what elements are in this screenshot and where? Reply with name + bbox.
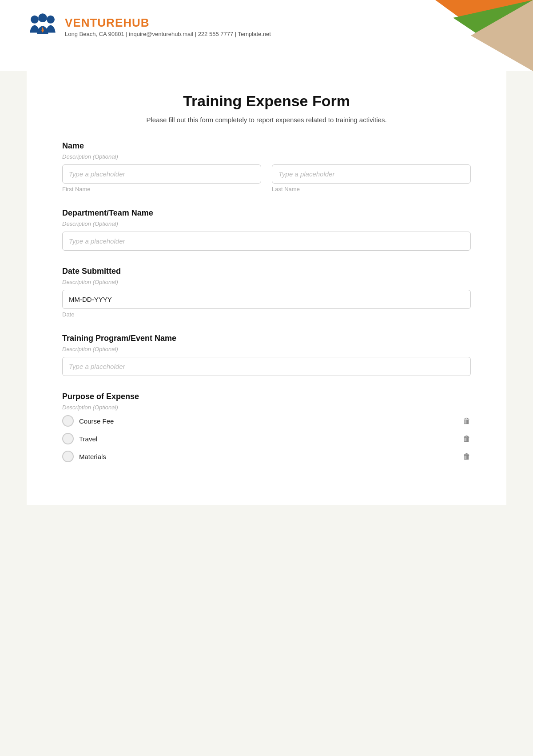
svg-point-0 [31,16,39,24]
header: VENTUREHUB Long Beach, CA 90801 | inquir… [0,0,533,71]
date-submitted-input[interactable] [62,290,471,309]
last-name-input[interactable] [272,164,471,184]
form-title: Training Expense Form [62,92,471,110]
section-name-desc: Description (Optional) [62,153,471,160]
radio-circle-travel[interactable] [62,433,74,444]
logo-text: VENTUREHUB Long Beach, CA 90801 | inquir… [65,16,271,37]
delete-icon-travel[interactable]: 🗑 [463,434,471,444]
section-department: Department/Team Name Description (Option… [62,208,471,251]
last-name-sublabel: Last Name [272,186,471,192]
date-sublabel: Date [62,311,471,318]
first-name-input[interactable] [62,164,261,184]
radio-circle-materials[interactable] [62,451,74,462]
section-purpose-label: Purpose of Expense [62,392,471,401]
company-tagline: Long Beach, CA 90801 | inquire@venturehu… [65,31,271,37]
last-name-field-wrapper: Last Name [272,164,471,192]
training-program-input[interactable] [62,357,471,376]
radio-label-course-fee: Course Fee [79,417,114,425]
radio-option-materials[interactable]: Materials 🗑 [62,451,471,462]
section-date-desc: Description (Optional) [62,279,471,285]
section-training-desc: Description (Optional) [62,346,471,352]
radio-option-course-fee[interactable]: Course Fee 🗑 [62,415,471,427]
radio-circle-course-fee[interactable] [62,415,74,427]
section-purpose-desc: Description (Optional) [62,404,471,411]
section-department-label: Department/Team Name [62,208,471,218]
section-date-submitted: Date Submitted Description (Optional) Da… [62,267,471,318]
svg-point-2 [38,13,47,22]
radio-label-materials: Materials [79,453,106,460]
first-name-field-wrapper: First Name [62,164,261,192]
department-input[interactable] [62,232,471,251]
logo-icon [27,11,59,43]
form-subtitle: Please fill out this form completely to … [62,116,471,124]
section-department-desc: Description (Optional) [62,220,471,227]
header-decoration [391,0,533,71]
delete-icon-course-fee[interactable]: 🗑 [463,416,471,426]
first-name-sublabel: First Name [62,186,261,192]
radio-option-travel[interactable]: Travel 🗑 [62,433,471,444]
section-name: Name Description (Optional) First Name L… [62,141,471,192]
name-fields: First Name Last Name [62,164,471,192]
section-date-label: Date Submitted [62,267,471,276]
radio-label-travel: Travel [79,435,97,443]
section-training-label: Training Program/Event Name [62,334,471,343]
company-name: VENTUREHUB [65,16,271,30]
section-name-label: Name [62,141,471,151]
svg-point-1 [47,16,55,24]
section-training-program: Training Program/Event Name Description … [62,334,471,376]
delete-icon-materials[interactable]: 🗑 [463,452,471,461]
form-container: Training Expense Form Please fill out th… [27,71,506,505]
section-purpose: Purpose of Expense Description (Optional… [62,392,471,462]
